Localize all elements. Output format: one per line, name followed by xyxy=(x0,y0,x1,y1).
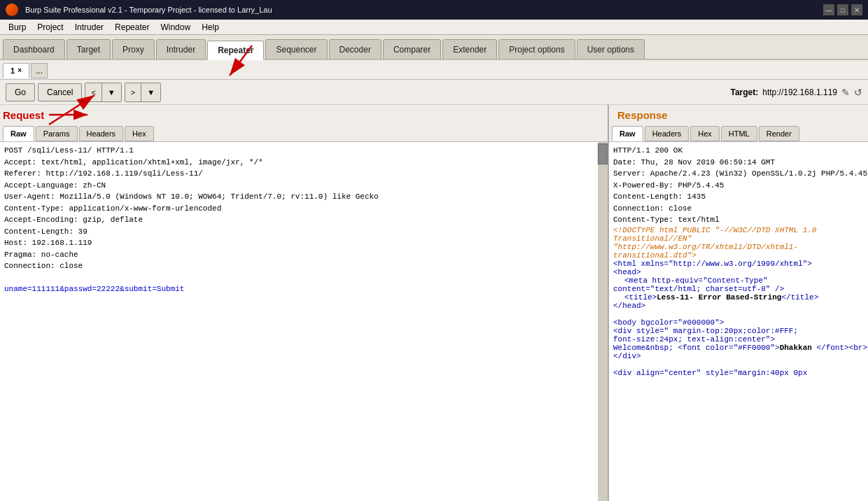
tab-repeater[interactable]: Repeater xyxy=(207,41,264,60)
response-dtd-url: "http://www.w3.org/TR/xhtml1/DTD/xhtml1-… xyxy=(613,243,798,260)
request-pane: Request Raw Params Headers Hex POST /sql… xyxy=(0,105,609,501)
response-meta-line1: <meta http-equiv="Content-Type" xyxy=(624,276,768,285)
request-scrollbar-thumb[interactable] xyxy=(598,143,608,164)
target-label: Target: xyxy=(730,87,758,97)
tab-comparer[interactable]: Comparer xyxy=(383,39,441,59)
add-repeater-tab-button[interactable]: ... xyxy=(31,63,48,78)
target-edit-button[interactable]: ✎ xyxy=(841,87,850,98)
request-tab-params[interactable]: Params xyxy=(36,126,78,141)
response-body-tag: <body bgcolor="#000000"> xyxy=(613,318,724,327)
tab-user-options[interactable]: User options xyxy=(577,39,645,59)
request-pane-title: Request xyxy=(3,108,44,122)
response-content[interactable]: HTTP/1.1 200 OK Date: Thu, 28 Nov 2019 0… xyxy=(609,142,868,501)
tab-decoder[interactable]: Decoder xyxy=(329,39,382,59)
title-bar: Burp Suite Professional v2.1 - Temporary… xyxy=(0,0,868,20)
nav-back-dropdown-button[interactable]: ▼ xyxy=(102,83,121,101)
menu-window[interactable]: Window xyxy=(155,21,196,34)
response-header-row: Response xyxy=(609,105,868,125)
tab-dashboard[interactable]: Dashboard xyxy=(3,39,65,59)
close-tab-1-icon[interactable]: × xyxy=(18,66,22,74)
response-html-tag: <html xmlns="http://www.w3.org/1999/xhtm… xyxy=(613,260,812,268)
content-area: Request Raw Params Headers Hex POST /sql… xyxy=(0,105,868,501)
response-meta-line2: content="text/html; charset=utf-8" /> xyxy=(613,285,784,293)
response-welcome-line: Welcome&nbsp; <font color="#FF0000"> xyxy=(613,344,780,352)
response-tab-hex[interactable]: Hex xyxy=(690,126,720,141)
response-pane: Response Raw Headers Hex HTML Render HTT… xyxy=(609,105,868,501)
menu-help[interactable]: Help xyxy=(196,21,225,34)
response-dhakkan: Dhakkan xyxy=(780,344,817,352)
request-body-text: uname=111111&passwd=22222&submit=Submit xyxy=(4,272,603,295)
request-scrollbar[interactable] xyxy=(598,142,608,501)
target-refresh-button[interactable]: ↺ xyxy=(854,87,862,98)
response-tab-raw[interactable]: Raw xyxy=(612,126,643,141)
menu-intruder[interactable]: Intruder xyxy=(69,21,109,34)
tab-target[interactable]: Target xyxy=(66,39,111,59)
request-tab-raw[interactable]: Raw xyxy=(3,126,34,141)
menu-project[interactable]: Project xyxy=(31,21,69,34)
response-tabs: Raw Headers Hex HTML Render xyxy=(609,125,868,142)
nav-fwd-button[interactable]: > xyxy=(125,83,141,101)
response-http-headers: HTTP/1.1 200 OK Date: Thu, 28 Nov 2019 0… xyxy=(613,145,867,226)
menu-bar: Burp Project Intruder Repeater Window He… xyxy=(0,20,868,35)
response-head-close: </head> xyxy=(613,302,645,310)
close-button[interactable]: ✕ xyxy=(851,4,862,15)
response-body: <!DOCTYPE html PUBLIC "-//W3C//DTD XHTML… xyxy=(613,226,867,377)
response-div2-tag: <div align="center" style="margin:40px 0… xyxy=(613,369,807,377)
menu-repeater[interactable]: Repeater xyxy=(109,21,155,34)
repeater-tab-1[interactable]: 1 × xyxy=(3,63,29,78)
tab-proxy[interactable]: Proxy xyxy=(112,39,155,59)
request-tab-headers[interactable]: Headers xyxy=(79,126,124,141)
response-tab-html[interactable]: HTML xyxy=(721,126,757,141)
title-bar-left: Burp Suite Professional v2.1 - Temporary… xyxy=(6,3,272,16)
nav-fwd-dropdown-button[interactable]: ▼ xyxy=(141,83,160,101)
response-title-tag: <title>Less-11- Error Based-String</titl… xyxy=(624,293,818,302)
response-div1-style: font-size:24px; text-align:center"> xyxy=(613,335,775,344)
menu-burp[interactable]: Burp xyxy=(3,21,31,34)
request-content[interactable]: POST /sqli/Less-11/ HTTP/1.1 Accept: tex… xyxy=(0,142,608,501)
response-div1-tag: <div style=" margin-top:20px;color:#FFF; xyxy=(613,327,798,335)
response-tab-render[interactable]: Render xyxy=(759,126,799,141)
target-value: http://192.168.1.119 xyxy=(762,87,837,97)
request-header-row: Request xyxy=(0,105,608,125)
maximize-button[interactable]: □ xyxy=(837,4,848,15)
go-button[interactable]: Go xyxy=(6,83,35,101)
request-text-line-1: POST /sqli/Less-11/ HTTP/1.1 Accept: tex… xyxy=(4,145,603,272)
tab-intruder[interactable]: Intruder xyxy=(156,39,206,59)
response-tab-headers[interactable]: Headers xyxy=(645,126,690,141)
target-bar: Target: http://192.168.1.119 ✎ ↺ xyxy=(730,87,862,98)
nav-fwd-group: > ▼ xyxy=(125,83,161,102)
request-tabs: Raw Params Headers Hex xyxy=(0,125,608,142)
response-doctype: <!DOCTYPE html PUBLIC "-//W3C//DTD XHTML… xyxy=(613,226,816,243)
toolbar: Go Cancel < ▼ > ▼ Target: http://192.168… xyxy=(0,80,868,105)
title-bar-text: Burp Suite Professional v2.1 - Temporary… xyxy=(25,6,272,14)
response-head-tag: <head> xyxy=(613,268,641,276)
tab-project-options[interactable]: Project options xyxy=(498,39,575,59)
request-tab-hex[interactable]: Hex xyxy=(125,126,154,141)
tab-extender[interactable]: Extender xyxy=(442,39,497,59)
nav-back-button[interactable]: < xyxy=(85,83,102,101)
cancel-button[interactable]: Cancel xyxy=(38,83,82,101)
title-bar-controls[interactable]: — □ ✕ xyxy=(823,4,862,15)
burp-logo-icon xyxy=(6,3,18,16)
repeater-sub-tab-bar: 1 × ... xyxy=(0,60,868,80)
main-tab-bar: Dashboard Target Proxy Intruder Repeater… xyxy=(0,35,868,60)
response-pane-title: Response xyxy=(612,108,673,122)
nav-back-group: < ▼ xyxy=(85,83,121,102)
minimize-button[interactable]: — xyxy=(823,4,834,15)
request-arrow-icon xyxy=(46,107,94,122)
tab-sequencer[interactable]: Sequencer xyxy=(265,39,327,59)
